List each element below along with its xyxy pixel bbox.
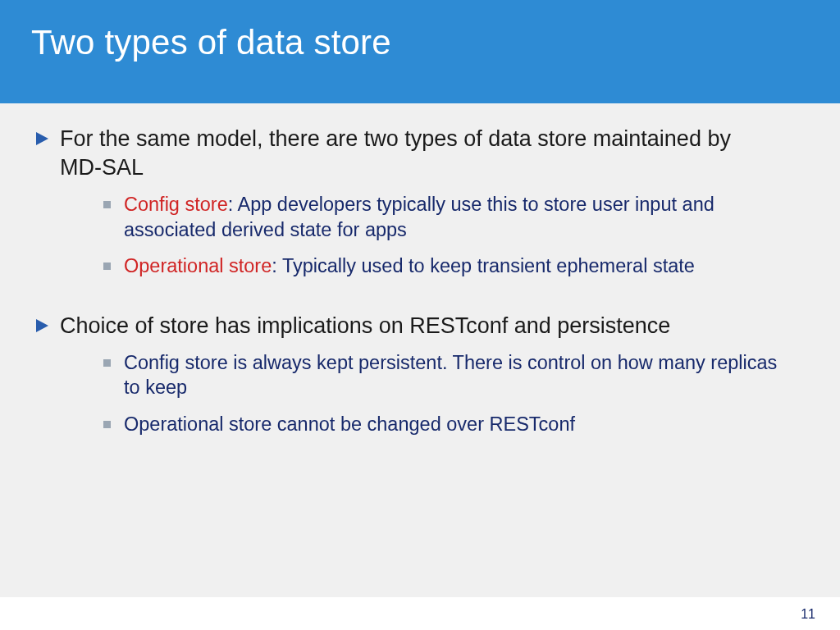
sub-bullet-text: Config store is always kept persistent. … <box>124 350 780 400</box>
sub-bullet-item: Config store: App developers typically u… <box>103 192 804 242</box>
sub-bullet-item: Config store is always kept persistent. … <box>103 350 804 400</box>
sub-bullet-text: Config store: App developers typically u… <box>124 192 780 242</box>
store-label: Operational store <box>124 255 272 276</box>
bullet-text: Choice of store has implications on REST… <box>60 312 670 340</box>
bullet-text: For the same model, there are two types … <box>60 125 733 182</box>
square-bullet-icon <box>103 262 111 270</box>
sub-bullet-text: Operational store: Typically used to kee… <box>124 253 695 279</box>
bullet-item: For the same model, there are two types … <box>36 125 804 182</box>
sub-bullet-item: Operational store cannot be changed over… <box>103 412 804 437</box>
page-number: 11 <box>801 607 815 622</box>
slide-header: Two types of data store <box>0 0 840 103</box>
sub-list: Config store is always kept persistent. … <box>103 350 804 437</box>
sub-bullet-item: Operational store: Typically used to kee… <box>103 253 804 279</box>
square-bullet-icon <box>103 421 111 428</box>
bullet-item: Choice of store has implications on REST… <box>36 312 804 340</box>
triangle-bullet-icon <box>36 132 48 145</box>
store-label: Config store <box>124 194 228 215</box>
sub-bullet-text: Operational store cannot be changed over… <box>124 412 575 437</box>
square-bullet-icon <box>103 359 111 367</box>
slide-title: Two types of data store <box>31 23 809 62</box>
slide-content: For the same model, there are two types … <box>0 103 840 437</box>
slide-footer: 11 <box>0 597 840 630</box>
triangle-bullet-icon <box>36 319 48 332</box>
square-bullet-icon <box>103 201 111 208</box>
sub-list: Config store: App developers typically u… <box>103 192 804 279</box>
store-desc: : Typically used to keep transient ephem… <box>272 255 695 276</box>
